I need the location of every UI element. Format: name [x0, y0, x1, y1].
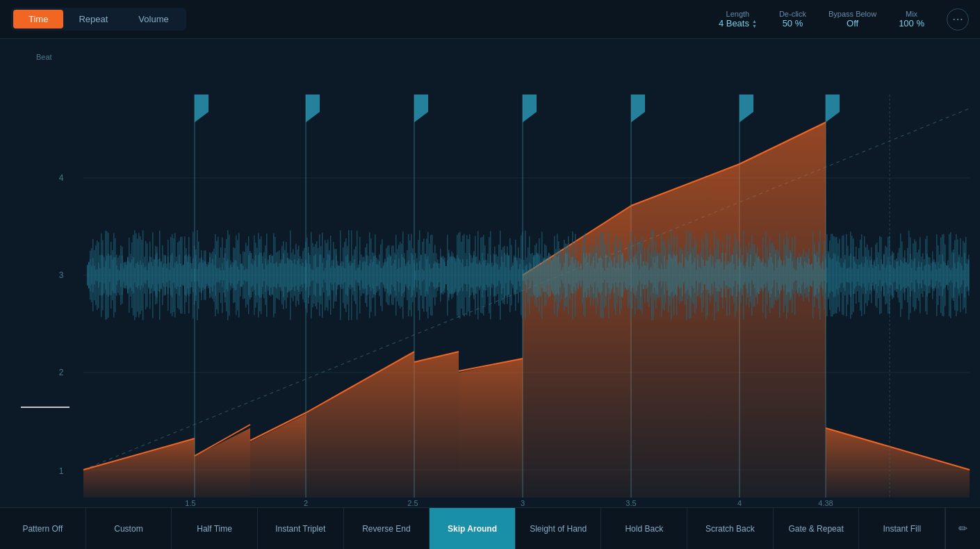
svg-marker-46 — [631, 164, 740, 498]
param-bypass: Bypass Below Off — [828, 10, 876, 28]
tab-volume[interactable]: Volume — [123, 10, 183, 28]
param-mix: Mix 100 % — [899, 10, 924, 28]
param-bypass-label: Bypass Below — [828, 10, 876, 18]
svg-text:3: 3 — [521, 499, 525, 507]
svg-marker-32 — [83, 439, 195, 498]
header-params: Length 4 Beats ▲▼ De-click 50 % Bypass B… — [719, 8, 969, 31]
tab-time[interactable]: Time — [13, 10, 63, 28]
preset-instant-fill[interactable]: Instant Fill — [859, 508, 945, 549]
svg-marker-48 — [740, 122, 826, 498]
preset-gate-repeat[interactable]: Gate & Repeat — [774, 508, 860, 549]
tab-group: Time Repeat Volume — [11, 8, 186, 31]
svg-text:3: 3 — [59, 270, 64, 280]
svg-text:4: 4 — [737, 499, 742, 507]
svg-marker-17 — [414, 95, 428, 122]
svg-marker-11 — [195, 95, 209, 122]
svg-marker-34 — [195, 428, 250, 498]
preset-hold-back[interactable]: Hold Back — [601, 508, 687, 549]
svg-marker-40 — [414, 352, 459, 498]
svg-marker-29 — [826, 95, 840, 122]
svg-text:2: 2 — [304, 499, 308, 507]
param-mix-label: Mix — [906, 10, 917, 18]
tab-repeat[interactable]: Repeat — [63, 10, 123, 28]
preset-scratch-back[interactable]: Scratch Back — [687, 508, 774, 549]
preset-skip-around[interactable]: Skip Around — [430, 508, 516, 549]
svg-text:4.38: 4.38 — [818, 499, 833, 507]
preset-reverse-end[interactable]: Reverse End — [344, 508, 430, 549]
param-length-value[interactable]: 4 Beats ▲▼ — [719, 18, 757, 28]
preset-custom[interactable]: Custom — [86, 508, 172, 549]
preset-half-time[interactable]: Half Time — [172, 508, 258, 549]
svg-marker-14 — [306, 95, 320, 122]
svg-marker-38 — [306, 352, 414, 498]
svg-text:2: 2 — [59, 368, 64, 377]
param-length-label: Length — [726, 10, 750, 18]
param-declick-label: De-click — [779, 10, 806, 18]
svg-marker-23 — [631, 95, 645, 122]
param-declick-value: 50 % — [783, 18, 803, 28]
param-length: Length 4 Beats ▲▼ — [719, 10, 757, 28]
svg-text:1: 1 — [59, 466, 64, 476]
preset-instant-triplet[interactable]: Instant Triplet — [258, 508, 344, 549]
more-button[interactable]: ⋯ — [947, 8, 969, 31]
length-arrows-icon: ▲▼ — [752, 19, 757, 28]
svg-text:2.5: 2.5 — [407, 499, 418, 507]
param-bypass-value: Off — [847, 18, 858, 28]
svg-marker-44 — [523, 206, 631, 498]
svg-text:1.5: 1.5 — [185, 499, 195, 507]
svg-marker-42 — [459, 359, 523, 498]
svg-marker-26 — [740, 95, 753, 122]
svg-text:Beat: Beat — [36, 53, 52, 61]
main-visualization: Beat 4 3 2 1 1.5 2 2.5 3 3.5 — [0, 39, 980, 507]
viz-svg: Beat 4 3 2 1 1.5 2 2.5 3 3.5 — [0, 39, 980, 507]
param-mix-value: 100 % — [899, 18, 924, 28]
svg-text:4: 4 — [59, 173, 64, 183]
preset-pattern-off[interactable]: Pattern Off — [0, 508, 86, 549]
svg-text:3.5: 3.5 — [626, 499, 636, 507]
header: Time Repeat Volume Length 4 Beats ▲▼ De-… — [0, 0, 980, 39]
param-declick: De-click 50 % — [779, 10, 806, 28]
svg-marker-20 — [523, 95, 537, 122]
edit-button[interactable]: ✏ — [945, 508, 980, 549]
preset-sleight-of-hand[interactable]: Sleight of Hand — [516, 508, 602, 549]
bottom-bar: Pattern Off Custom Half Time Instant Tri… — [0, 507, 980, 549]
